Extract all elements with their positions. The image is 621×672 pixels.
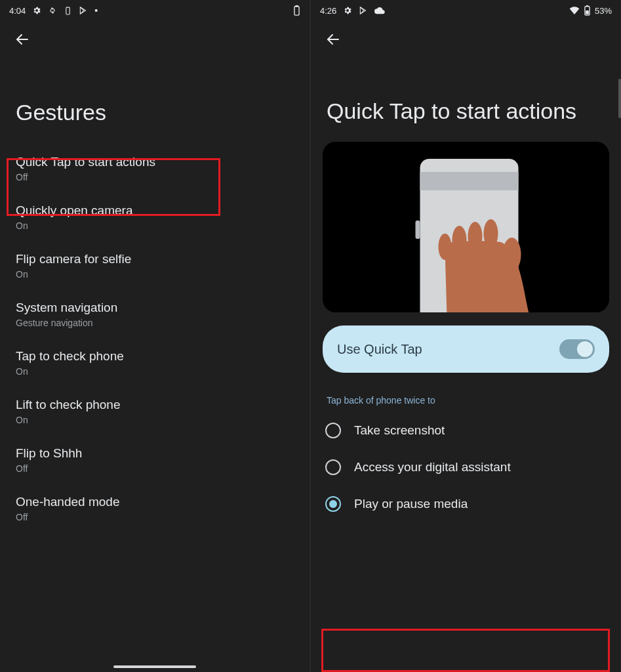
svg-rect-2: [296, 5, 298, 7]
svg-rect-6: [586, 10, 588, 14]
appbar: [0, 21, 310, 58]
row-title: Flip to Shhh: [16, 446, 294, 461]
svg-point-14: [452, 226, 467, 255]
dot-icon: •: [94, 5, 98, 16]
settings-row-tap-check[interactable]: Tap to check phoneOn: [0, 339, 310, 387]
radio-label: Take screenshot: [354, 423, 445, 438]
row-subtitle: Off: [16, 172, 294, 182]
settings-row-flip-selfie[interactable]: Flip camera for selfieOn: [0, 242, 310, 290]
use-quick-tap-toggle[interactable]: Use Quick Tap: [323, 326, 609, 373]
row-subtitle: On: [16, 269, 294, 280]
phone-icon: [64, 7, 72, 15]
gear-icon: [343, 6, 352, 15]
arrow-back-icon: [14, 32, 30, 47]
back-button[interactable]: [320, 26, 346, 52]
row-title: System navigation: [16, 301, 294, 315]
radio-unchecked-icon: [325, 423, 341, 438]
battery-percent: 53%: [595, 6, 612, 16]
settings-row-system-nav[interactable]: System navigationGesture navigation: [0, 290, 310, 339]
svg-rect-10: [420, 172, 519, 190]
radio-unchecked-icon: [325, 459, 341, 475]
row-title: Quick Tap to start actions: [16, 155, 294, 169]
row-title: Quickly open camera: [16, 203, 294, 218]
status-bar: 4:26 53%: [311, 0, 621, 21]
settings-row-lift-check[interactable]: Lift to check phoneOn: [0, 387, 310, 436]
illustration: [323, 142, 609, 312]
gear-icon: [32, 6, 41, 15]
row-title: Lift to check phone: [16, 398, 294, 412]
radio-label: Play or pause media: [354, 497, 468, 511]
status-bar: 4:04 •: [0, 0, 310, 21]
switch-on-icon: [559, 339, 595, 359]
row-subtitle: Off: [16, 512, 294, 522]
arrow-back-icon: [325, 32, 341, 47]
battery-icon: [584, 5, 591, 16]
scrollbar[interactable]: [618, 79, 621, 118]
status-time: 4:04: [9, 6, 26, 16]
play-store-icon: [79, 6, 88, 15]
wifi-icon: [569, 6, 580, 15]
settings-row-one-handed[interactable]: One-handed modeOff: [0, 484, 310, 533]
cloud-icon: [374, 6, 385, 15]
svg-rect-5: [586, 5, 588, 7]
section-label: Tap back of phone twice to: [311, 388, 621, 412]
settings-row-flip-shhh[interactable]: Flip to ShhhOff: [0, 436, 310, 484]
svg-rect-0: [66, 7, 70, 14]
action-options-list: Take screenshotAccess your digital assis…: [311, 412, 621, 522]
row-subtitle: Gesture navigation: [16, 318, 294, 328]
svg-point-15: [439, 234, 452, 260]
quick-tap-detail-screen: 4:26 53% Quick Tap to start actions: [311, 0, 621, 672]
status-time: 4:26: [320, 6, 336, 16]
settings-row-open-camera[interactable]: Quickly open cameraOn: [0, 193, 310, 242]
opt-media[interactable]: Play or pause media: [311, 486, 621, 522]
back-button[interactable]: [9, 26, 35, 52]
row-subtitle: On: [16, 220, 294, 231]
radio-label: Access your digital assistant: [354, 460, 511, 474]
row-subtitle: On: [16, 415, 294, 425]
settings-list: Quick Tap to start actionsOffQuickly ope…: [0, 144, 310, 533]
appbar: [311, 21, 621, 58]
gestures-settings-screen: 4:04 • Gestures Quick Tap to start actio…: [0, 0, 311, 672]
opt-screenshot[interactable]: Take screenshot: [311, 412, 621, 449]
svg-rect-11: [416, 220, 420, 239]
svg-point-16: [503, 238, 521, 272]
row-title: Tap to check phone: [16, 349, 294, 364]
row-subtitle: Off: [16, 463, 294, 474]
row-title: One-handed mode: [16, 495, 294, 509]
play-store-icon: [359, 6, 368, 15]
highlight-play-pause: [321, 629, 610, 672]
toggle-label: Use Quick Tap: [337, 342, 422, 357]
row-title: Flip camera for selfie: [16, 252, 294, 266]
nav-indicator: [113, 665, 196, 668]
radio-checked-icon: [325, 496, 341, 512]
page-title: Gestures: [0, 58, 310, 144]
battery-icon: [293, 5, 300, 16]
row-subtitle: On: [16, 366, 294, 377]
page-title: Quick Tap to start actions: [311, 58, 621, 138]
svg-rect-1: [294, 7, 299, 15]
settings-row-quick-tap[interactable]: Quick Tap to start actionsOff: [0, 144, 310, 193]
opt-assistant[interactable]: Access your digital assistant: [311, 449, 621, 486]
svg-point-12: [484, 219, 498, 248]
svg-point-13: [468, 222, 483, 251]
sync-icon: [48, 6, 57, 15]
